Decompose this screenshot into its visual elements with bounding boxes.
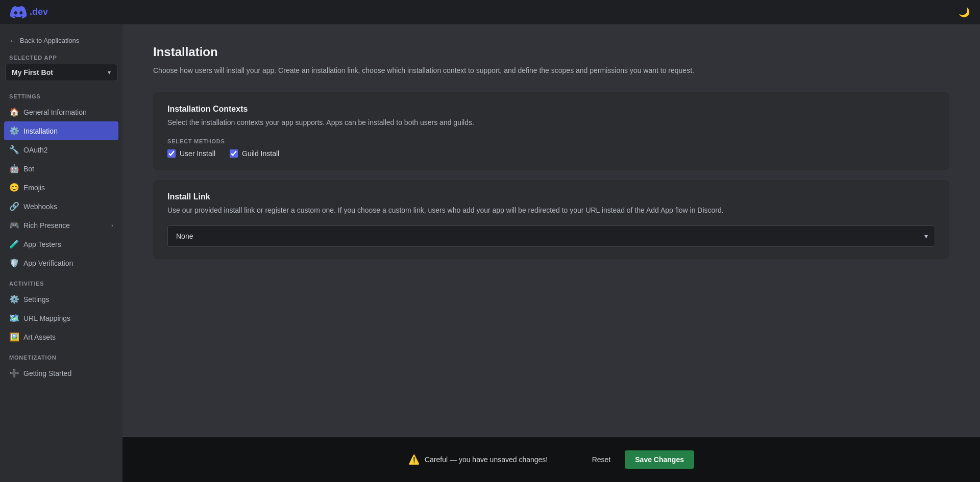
- emoji-icon: 😊: [9, 183, 18, 192]
- user-install-checkbox-item[interactable]: User Install: [167, 149, 215, 158]
- logo-dev-text: .dev: [30, 7, 48, 17]
- sidebar: ← Back to Applications SELECTED APP My F…: [0, 24, 122, 482]
- link-icon: 🔗: [9, 201, 18, 211]
- activities-section-label: ACTIVITIES: [4, 272, 118, 290]
- topbar: .dev 🌙: [0, 0, 980, 24]
- reset-button[interactable]: Reset: [586, 452, 617, 467]
- map-icon: 🗺️: [9, 313, 18, 323]
- notification-inner: ⚠️ Careful — you have unsaved changes! R…: [398, 444, 704, 475]
- contexts-card-title: Installation Contexts: [167, 105, 935, 114]
- robot-icon: 🤖: [9, 164, 18, 173]
- sidebar-item-activities-settings[interactable]: ⚙️ Settings: [4, 290, 118, 309]
- user-install-checkbox[interactable]: [167, 149, 176, 158]
- install-link-card-description: Use our provided install link or registe…: [167, 206, 935, 216]
- sidebar-item-general-information[interactable]: 🏠 General Information: [4, 103, 118, 121]
- installation-contexts-card: Installation Contexts Select the install…: [153, 92, 949, 170]
- sidebar-item-oauth2-label: OAuth2: [23, 146, 47, 154]
- flask-icon: 🧪: [9, 239, 18, 249]
- plus-circle-icon: ➕: [9, 368, 18, 378]
- sidebar-item-bot[interactable]: 🤖 Bot: [4, 159, 118, 178]
- install-methods-row: User Install Guild Install: [167, 149, 935, 158]
- guild-install-checkbox-item[interactable]: Guild Install: [230, 149, 279, 158]
- sidebar-item-oauth2[interactable]: 🔧 OAuth2: [4, 140, 118, 159]
- sidebar-item-app-testers[interactable]: 🧪 App Testers: [4, 235, 118, 253]
- guild-install-checkbox[interactable]: [230, 149, 238, 158]
- app-selector-name: My First Bot: [12, 68, 53, 77]
- install-link-card-title: Install Link: [167, 192, 935, 201]
- shield-icon: 🛡️: [9, 258, 18, 268]
- sidebar-item-webhooks-label: Webhooks: [23, 202, 57, 211]
- sidebar-item-emojis[interactable]: 😊 Emojis: [4, 178, 118, 197]
- sidebar-item-app-verification[interactable]: 🛡️ App Verification: [4, 253, 118, 272]
- unsaved-changes-message: Careful — you have unsaved changes!: [425, 455, 548, 464]
- sidebar-item-bot-label: Bot: [23, 165, 34, 173]
- warning-icon: ⚠️: [408, 454, 420, 465]
- back-arrow-icon: ←: [9, 37, 16, 44]
- app-selector-chevron-icon: ▾: [108, 69, 111, 76]
- notification-actions: Reset Save Changes: [586, 450, 694, 469]
- install-link-dropdown[interactable]: None Discord Provided Link Custom URL: [167, 225, 935, 247]
- sidebar-item-getting-started[interactable]: ➕ Getting Started: [4, 364, 118, 383]
- sidebar-item-rich-presence[interactable]: 🎮 Rich Presence ›: [4, 216, 118, 235]
- sidebar-item-general-information-label: General Information: [23, 108, 87, 116]
- back-to-applications-link[interactable]: ← Back to Applications: [4, 33, 118, 48]
- sidebar-item-emojis-label: Emojis: [23, 184, 45, 192]
- sidebar-item-art-assets-label: Art Assets: [23, 333, 56, 341]
- sidebar-item-app-testers-label: App Testers: [23, 240, 61, 248]
- rich-presence-chevron-icon: ›: [111, 222, 113, 229]
- install-link-dropdown-wrapper: None Discord Provided Link Custom URL ▾: [167, 225, 935, 247]
- sidebar-item-getting-started-label: Getting Started: [23, 369, 71, 377]
- discord-logo-icon: [10, 4, 27, 20]
- monetization-section-label: MONETIZATION: [4, 346, 118, 364]
- app-selector[interactable]: My First Bot ▾: [5, 64, 117, 81]
- wrench-icon: 🔧: [9, 145, 18, 155]
- back-link-label: Back to Applications: [20, 37, 79, 44]
- sidebar-item-url-mappings-label: URL Mappings: [23, 314, 70, 322]
- user-install-label: User Install: [180, 149, 215, 158]
- select-methods-label: SELECT METHODS: [167, 138, 935, 144]
- home-icon: 🏠: [9, 107, 18, 117]
- sidebar-item-url-mappings[interactable]: 🗺️ URL Mappings: [4, 309, 118, 327]
- sidebar-item-rich-presence-label: Rich Presence: [23, 221, 70, 230]
- picture-icon: 🖼️: [9, 332, 18, 342]
- install-link-card: Install Link Use our provided install li…: [153, 180, 949, 260]
- contexts-card-description: Select the installation contexts your ap…: [167, 118, 935, 128]
- gamepad-icon: 🎮: [9, 220, 18, 230]
- gear-icon: ⚙️: [9, 126, 18, 136]
- sidebar-item-installation[interactable]: ⚙️ Installation: [4, 121, 118, 140]
- notification-text-group: ⚠️ Careful — you have unsaved changes!: [408, 454, 548, 465]
- main-layout: ← Back to Applications SELECTED APP My F…: [0, 24, 980, 482]
- save-changes-button[interactable]: Save Changes: [625, 450, 694, 469]
- notification-bar: ⚠️ Careful — you have unsaved changes! R…: [122, 437, 980, 482]
- sidebar-item-art-assets[interactable]: 🖼️ Art Assets: [4, 327, 118, 346]
- activities-gear-icon: ⚙️: [9, 294, 18, 304]
- theme-toggle-icon[interactable]: 🌙: [959, 7, 970, 18]
- sidebar-item-webhooks[interactable]: 🔗 Webhooks: [4, 197, 118, 216]
- logo: .dev: [10, 4, 48, 20]
- sidebar-item-installation-label: Installation: [23, 127, 58, 135]
- sidebar-item-app-verification-label: App Verification: [23, 259, 73, 267]
- page-description: Choose how users will install your app. …: [153, 65, 715, 76]
- page-title: Installation: [153, 45, 949, 59]
- selected-app-label: SELECTED APP: [4, 53, 118, 64]
- settings-section-label: SETTINGS: [4, 85, 118, 103]
- main-content: Installation Choose how users will insta…: [122, 24, 980, 482]
- sidebar-item-activities-settings-label: Settings: [23, 295, 50, 303]
- guild-install-label: Guild Install: [242, 149, 279, 158]
